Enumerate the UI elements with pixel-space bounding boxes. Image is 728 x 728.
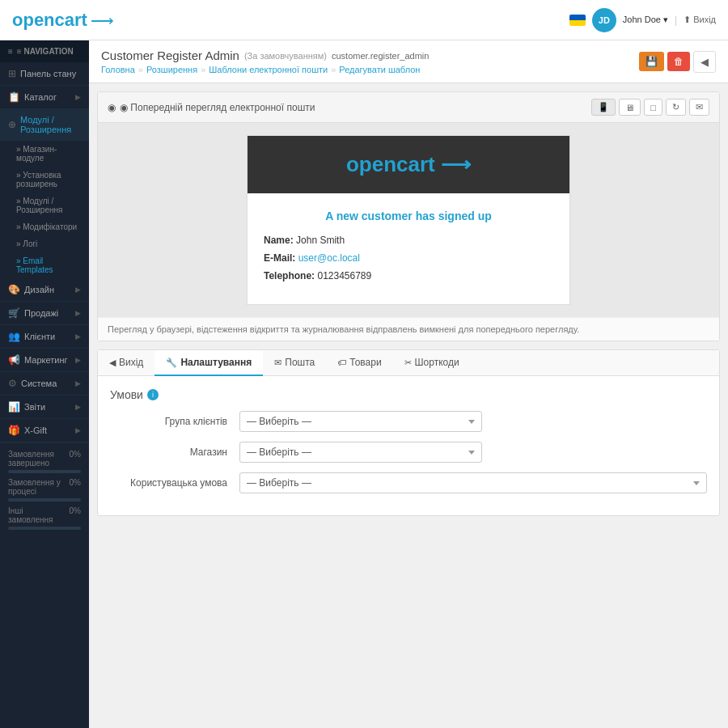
sidebar-subitem-email-templates[interactable]: » Email Templates <box>0 252 89 278</box>
logout-button[interactable]: ⬆ Вихід <box>684 15 716 25</box>
breadcrumb-extensions[interactable]: Розширення <box>146 65 197 74</box>
sidebar-item-clients[interactable]: 👥 Клієнти ▶ <box>0 325 89 349</box>
products-tab-label: Товари <box>349 357 381 368</box>
progress-value-2: 0% <box>70 478 81 496</box>
email-body: A new customer has signed up Name: John … <box>248 193 569 304</box>
breadcrumb-email-templates[interactable]: Шаблони електронної пошти <box>209 65 328 74</box>
default-tag: (За замовчуванням) <box>244 51 327 61</box>
sidebar-item-catalog[interactable]: 📋 Каталог ▶ <box>0 86 89 109</box>
email-logo: opencart ⟶ <box>346 152 471 176</box>
breadcrumb: Головна » Розширення » Шаблони електронн… <box>101 65 429 74</box>
breadcrumb-sep-2: » <box>201 65 205 74</box>
logout-icon: ⬆ <box>684 15 691 24</box>
sidebar-item-system[interactable]: ⚙ Система ▶ <box>0 372 89 396</box>
email-logo-cart-icon: ⟶ <box>441 152 471 176</box>
email-phone-label: Telephone: <box>264 270 315 281</box>
sidebar-item-reports[interactable]: 📊 Звіти ▶ <box>0 396 89 419</box>
tab-products[interactable]: 🏷 Товари <box>326 350 392 376</box>
catalog-arrow-icon: ▶ <box>75 93 81 101</box>
sidebar-subitem-shop-modules[interactable]: » Магазин-модуле <box>0 141 89 167</box>
preview-note: Перегляд у браузері, відстеження відкрит… <box>98 317 719 341</box>
preview-desktop-button[interactable]: 🖥 <box>619 99 641 116</box>
xgift-label: X-Gift <box>24 425 47 435</box>
preview-mobile-button[interactable]: 📱 <box>591 99 616 116</box>
tab-back[interactable]: ◀ Вихід <box>98 350 154 376</box>
install-label: » Установка розширень <box>16 171 81 188</box>
progress-bar-1 <box>8 470 81 473</box>
top-navigation: opencart ⟶ JD John Doe ▾ | ⬆ Вихід <box>0 0 728 40</box>
clients-arrow-icon: ▶ <box>75 332 81 341</box>
design-arrow-icon: ▶ <box>75 286 81 294</box>
email-card: opencart ⟶ A new customer has signed up … <box>247 135 570 305</box>
tab-shortcodes[interactable]: ✂ Шорткоди <box>393 350 471 376</box>
marketing-icon: 📢 <box>8 354 20 366</box>
sidebar-subitem-hooks[interactable]: » Логі <box>0 235 89 252</box>
sidebar-item-sales[interactable]: 🛒 Продажі ▶ <box>0 302 89 325</box>
progress-text-2: Замовлення у процесі <box>8 478 70 496</box>
shop-modules-label: » Магазин-модуле <box>16 145 81 163</box>
email-email-value[interactable]: user@oc.local <box>298 252 360 264</box>
preview-send-button[interactable]: ✉ <box>689 99 709 116</box>
progress-bar-3 <box>8 527 81 530</box>
save-button[interactable]: 💾 <box>639 52 664 71</box>
design-icon: 🎨 <box>8 284 20 295</box>
nav-header-icon: ≡ <box>8 47 13 56</box>
shortcodes-tab-icon: ✂ <box>404 358 412 368</box>
preview-refresh-button[interactable]: ↻ <box>666 99 686 116</box>
template-code: customer.register_admin <box>332 51 429 61</box>
sidebar-subitem-modifiers[interactable]: » Модифікатори <box>0 218 89 235</box>
email-email-field: E-Mail: user@oc.local <box>264 252 553 264</box>
sidebar-item-dashboard[interactable]: ⊞ Панель стану <box>0 62 89 86</box>
hooks-label: » Логі <box>16 239 37 248</box>
sidebar-subitem-modules-ext[interactable]: » Модулі / Розширення <box>0 193 89 218</box>
customer-group-label: Група клієнтів <box>110 416 239 427</box>
store-label: Магазин <box>110 447 239 458</box>
sales-icon: 🛒 <box>8 307 20 319</box>
logo-cart-icon: ⟶ <box>91 11 114 30</box>
username-label: John Doe <box>623 15 661 24</box>
back-tab-label: Вихід <box>119 357 143 368</box>
progress-text-3: Інші замовлення <box>8 506 70 524</box>
sidebar-subitem-install[interactable]: » Установка розширень <box>0 167 89 193</box>
breadcrumb-home[interactable]: Головна <box>101 65 135 74</box>
logo-text: opencart <box>12 10 87 31</box>
tab-settings[interactable]: 🔧 Налаштування <box>154 350 263 376</box>
tabs-section: ◀ Вихід 🔧 Налаштування ✉ Пошта 🏷 Товари … <box>97 349 720 516</box>
sidebar-item-marketing[interactable]: 📢 Маркетинг ▶ <box>0 349 89 372</box>
preview-plain-button[interactable]: □ <box>644 99 662 116</box>
breadcrumb-edit[interactable]: Редагувати шаблон <box>339 65 420 74</box>
preview-header: ◉ ◉ Попередній перегляд електронної пошт… <box>98 92 719 123</box>
sidebar-item-modules[interactable]: ⊕ Модулі / Розширення <box>0 109 89 141</box>
marketing-arrow-icon: ▶ <box>75 356 81 364</box>
sales-label: Продажі <box>24 308 58 318</box>
back-button[interactable]: ◀ <box>693 51 716 73</box>
progress-label-3: Інші замовлення 0% <box>8 506 81 524</box>
customer-group-select[interactable]: — Виберіть — <box>239 411 482 432</box>
page-title-section: Customer Register Admin (За замовчування… <box>101 49 429 74</box>
user-dropdown[interactable]: John Doe ▾ <box>623 15 668 25</box>
products-tab-icon: 🏷 <box>337 358 346 367</box>
user-condition-select[interactable]: — Виберіть — <box>239 472 707 493</box>
clients-icon: 👥 <box>8 331 20 342</box>
email-logo-text: opencart <box>346 152 435 176</box>
email-phone-value: 0123456789 <box>317 270 371 281</box>
system-label: Система <box>21 379 57 388</box>
xgift-arrow-icon: ▶ <box>75 426 81 434</box>
flag-icon <box>569 15 586 26</box>
conditions-info-icon[interactable]: i <box>147 389 159 400</box>
progress-section: Замовлення завершено 0% Замовлення у про… <box>0 442 89 541</box>
store-select[interactable]: — Виберіть — <box>239 442 482 463</box>
main-layout: ≡ ≡ NAVIGATION ⊞ Панель стану 📋 Каталог … <box>0 40 728 728</box>
tab-mail[interactable]: ✉ Пошта <box>263 350 326 376</box>
email-preview-section: ◉ ◉ Попередній перегляд електронної пошт… <box>97 91 720 341</box>
progress-text-1: Замовлення завершено <box>8 450 70 468</box>
sidebar-item-xgift[interactable]: 🎁 X-Gift ▶ <box>0 419 89 442</box>
avatar: JD <box>592 8 616 32</box>
sidebar-item-design[interactable]: 🎨 Дизайн ▶ <box>0 278 89 302</box>
email-name-field: Name: John Smith <box>264 235 553 246</box>
sales-arrow-icon: ▶ <box>75 309 81 317</box>
email-name-label: Name: <box>264 235 294 246</box>
settings-tab-icon: 🔧 <box>166 358 177 368</box>
delete-button[interactable]: 🗑 <box>667 52 690 71</box>
email-header-bar: opencart ⟶ <box>248 136 569 193</box>
